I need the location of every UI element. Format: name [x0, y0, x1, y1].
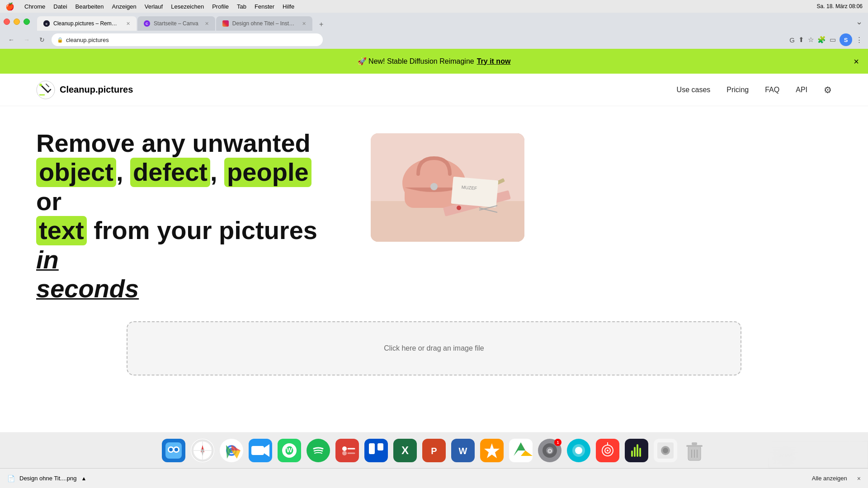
tab-list-button[interactable]: ⌄: [856, 17, 863, 27]
promo-link[interactable]: Try it now: [477, 57, 511, 66]
new-tab-button[interactable]: +: [315, 18, 328, 31]
menu-profile[interactable]: Profile: [212, 3, 229, 10]
menu-datei[interactable]: Datei: [53, 3, 67, 10]
hero-image: MUZEF: [371, 133, 524, 242]
share-icon[interactable]: ⬆: [798, 36, 804, 44]
close-window-button[interactable]: [4, 19, 10, 25]
site-logo[interactable]: Cleanup.pictures: [36, 80, 133, 99]
dock-trash[interactable]: [682, 438, 707, 463]
dock-drive[interactable]: [508, 438, 533, 463]
back-button[interactable]: ←: [5, 34, 17, 46]
google-icon[interactable]: G: [789, 36, 795, 44]
traffic-lights: [0, 13, 33, 31]
tab-instagram[interactable]: Design ohne Titel – Instagram … ✕: [216, 16, 312, 31]
apple-menu[interactable]: 🍎: [5, 2, 14, 11]
menu-anzeigen[interactable]: Anzeigen: [112, 3, 137, 10]
lock-icon: 🔒: [57, 37, 63, 43]
dock-mercury[interactable]: [566, 438, 591, 463]
sidebar-icon[interactable]: ▭: [830, 36, 836, 44]
upload-dropzone[interactable]: Click here or drag an image file: [127, 321, 741, 375]
hero-or: or: [36, 187, 61, 216]
tab-row: c Cleanup.pictures – Remove ob… ✕ C Star…: [0, 13, 868, 31]
menu-verlauf[interactable]: Verlauf: [145, 3, 163, 10]
tab-favicon-cleanup: c: [43, 20, 50, 27]
menu-chrome[interactable]: Chrome: [24, 3, 45, 10]
download-filename: Design ohne Tit....png: [19, 475, 76, 482]
svg-point-12: [430, 183, 438, 190]
show-all-downloads-button[interactable]: Alle anzeigen: [812, 475, 847, 482]
dock-finder[interactable]: [161, 438, 186, 463]
dock-photos[interactable]: [653, 438, 678, 463]
menu-hilfe[interactable]: Hilfe: [283, 3, 294, 10]
menu-bearbeiten[interactable]: Bearbeiten: [75, 3, 104, 10]
dock-powerpoint[interactable]: P: [421, 438, 447, 463]
promo-text: 🚀 New! Stable Diffusion Reimagine: [358, 57, 474, 66]
hero-text: Remove any unwanted object, defect, peop…: [36, 129, 344, 303]
nav-use-cases[interactable]: Use cases: [677, 86, 711, 94]
dock-radar[interactable]: [595, 438, 620, 463]
menu-lesezeichen[interactable]: Lesezeichen: [171, 3, 204, 10]
dock-excel[interactable]: X: [392, 438, 418, 463]
profile-button[interactable]: S: [840, 33, 852, 46]
svg-point-24: [169, 448, 173, 451]
dock-zoom[interactable]: [248, 438, 273, 463]
dock: W X P W ⚙ 1: [0, 432, 868, 468]
svg-point-46: [342, 446, 347, 451]
extensions-puzzle-icon[interactable]: 🧩: [817, 36, 826, 44]
more-options-icon[interactable]: ⋮: [856, 36, 863, 44]
svg-text:c: c: [46, 22, 48, 26]
nav-faq[interactable]: FAQ: [765, 86, 779, 94]
svg-line-7: [46, 84, 49, 87]
download-expand-button[interactable]: ▲: [81, 475, 86, 482]
dock-whatsapp[interactable]: W: [277, 438, 302, 463]
nav-pricing[interactable]: Pricing: [726, 86, 749, 94]
address-bar[interactable]: 🔒 cleanup.pictures: [52, 33, 323, 46]
svg-line-4: [48, 89, 51, 92]
fullscreen-window-button[interactable]: [24, 19, 30, 25]
tab-close-instagram[interactable]: ✕: [302, 21, 306, 27]
download-bar-close-button[interactable]: ×: [857, 475, 861, 482]
tab-favicon-canva: C: [144, 20, 150, 27]
tab-close-canva[interactable]: ✕: [205, 21, 209, 27]
upload-area-wrapper: Click here or drag an image file: [0, 321, 868, 375]
logo-text: Cleanup.pictures: [60, 84, 133, 95]
main-content: Remove any unwanted object, defect, peop…: [0, 106, 868, 321]
menu-fenster[interactable]: Fenster: [255, 3, 274, 10]
dock-todoist[interactable]: [335, 438, 360, 463]
forward-button[interactable]: →: [21, 34, 33, 46]
svg-rect-38: [251, 446, 264, 455]
svg-text:P: P: [431, 446, 437, 456]
address-text: cleanup.pictures: [66, 37, 109, 43]
svg-point-5: [39, 84, 42, 86]
dock-reeder[interactable]: [479, 438, 505, 463]
nav-links: Use cases Pricing FAQ API ⚙: [677, 84, 832, 95]
dock-podcast[interactable]: [624, 438, 649, 463]
dock-system-prefs[interactable]: ⚙ 1: [537, 438, 562, 463]
tab-canva[interactable]: C Startseite – Canva ✕: [137, 16, 215, 31]
promo-close-button[interactable]: ×: [854, 56, 859, 66]
bookmark-star-icon[interactable]: ☆: [808, 36, 814, 44]
dock-chrome[interactable]: [219, 438, 244, 463]
svg-rect-50: [364, 439, 388, 462]
tab-label-canva: Startseite – Canva: [154, 20, 198, 27]
tab-label-cleanup: Cleanup.pictures – Remove ob…: [53, 20, 120, 27]
reload-button[interactable]: ↻: [36, 34, 48, 46]
comma1: ,: [116, 158, 130, 186]
dock-safari[interactable]: [190, 438, 215, 463]
svg-point-72: [575, 447, 582, 454]
nav-api[interactable]: API: [796, 86, 807, 94]
tab-cleanup[interactable]: c Cleanup.pictures – Remove ob… ✕: [37, 16, 137, 31]
minimize-window-button[interactable]: [14, 19, 20, 25]
dock-word[interactable]: W: [450, 438, 476, 463]
menubar-time: Sa. 18. März 08:06: [817, 3, 863, 9]
hero-scene-svg: MUZEF: [371, 133, 524, 242]
dock-spotify[interactable]: [306, 438, 331, 463]
download-bar: 📄 Design ohne Tit....png ▲ Alle anzeigen…: [0, 468, 868, 488]
tab-close-cleanup[interactable]: ✕: [126, 21, 130, 27]
menu-tab[interactable]: Tab: [237, 3, 246, 10]
upload-placeholder-text: Click here or drag an image file: [384, 344, 484, 352]
hero-heading: Remove any unwanted object, defect, peop…: [36, 129, 344, 303]
settings-icon[interactable]: ⚙: [824, 84, 832, 95]
hero-highlight-defect: defect: [130, 158, 210, 187]
dock-trello[interactable]: [363, 438, 389, 463]
